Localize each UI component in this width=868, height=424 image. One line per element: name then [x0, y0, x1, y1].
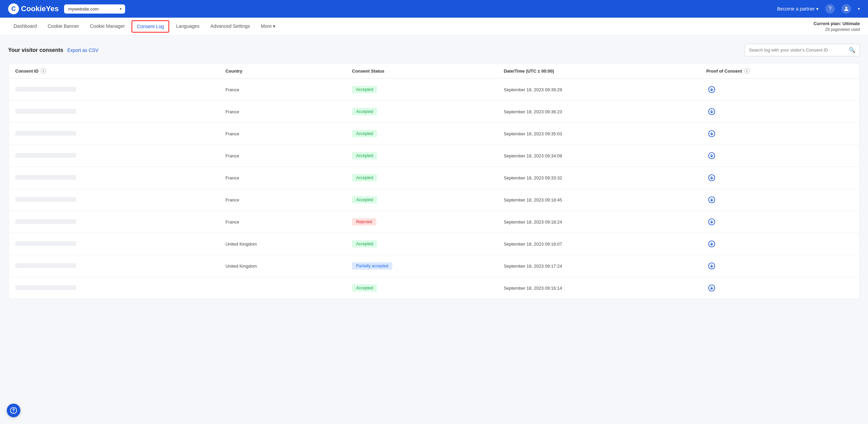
consent-id-blurred [15, 109, 76, 114]
download-proof-button[interactable] [706, 194, 717, 205]
th-consent-id-label: Consent ID [15, 69, 39, 74]
consent-id-cell [8, 277, 219, 299]
proof-cell [699, 79, 860, 101]
consent-id-cell [8, 101, 219, 123]
nav-cookie-banner[interactable]: Cookie Banner [42, 18, 85, 35]
table-row: FranceAcceptedSeptember 18, 2023 09:36:2… [8, 101, 860, 123]
datetime-cell: September 18, 2023 09:18:24 [497, 211, 700, 233]
consent-id-blurred [15, 263, 76, 268]
download-proof-button[interactable] [706, 283, 717, 293]
help-icon[interactable]: ? [825, 4, 835, 14]
site-selector[interactable]: mywebsite.com [64, 4, 125, 14]
sub-nav-left: Dashboard Cookie Banner Cookie Manager C… [8, 18, 281, 35]
th-proof-label: Proof of Consent [706, 69, 742, 74]
proof-cell [699, 189, 860, 211]
table-row: FranceAcceptedSeptember 18, 2023 09:33:3… [8, 167, 860, 189]
consent-id-blurred [15, 197, 76, 202]
consent-id-blurred [15, 153, 76, 158]
proof-cell [699, 233, 860, 255]
download-proof-button[interactable] [706, 261, 717, 271]
country-cell [219, 277, 345, 299]
consent-id-cell [8, 145, 219, 167]
country-cell: France [219, 189, 345, 211]
download-proof-button[interactable] [706, 84, 717, 95]
search-input[interactable] [749, 47, 846, 53]
status-badge: Accepted [352, 86, 377, 93]
status-badge: Rejected [352, 218, 376, 226]
become-partner-text: Become a partner [777, 6, 815, 12]
datetime-cell: September 18, 2023 09:18:45 [497, 189, 700, 211]
consent-id-cell [8, 189, 219, 211]
status-cell: Accepted [345, 277, 497, 299]
nav-consent-log[interactable]: Consent Log [132, 20, 169, 33]
datetime-cell: September 18, 2023 09:36:23 [497, 101, 700, 123]
consent-id-info-icon[interactable]: i [41, 68, 46, 74]
download-proof-button[interactable] [706, 238, 717, 249]
nav-cookie-manager[interactable]: Cookie Manager [84, 18, 130, 35]
navbar-right: Become a partner ▾ ? ▾ [777, 4, 860, 14]
table-header-row: Consent ID i Country Consent Status Date… [8, 63, 860, 79]
download-proof-button[interactable] [706, 216, 717, 227]
status-cell: Rejected [345, 211, 497, 233]
nav-advanced-settings[interactable]: Advanced Settings [205, 18, 256, 35]
nav-languages[interactable]: Languages [171, 18, 205, 35]
sub-navbar: Dashboard Cookie Banner Cookie Manager C… [0, 18, 868, 36]
download-proof-button[interactable] [706, 172, 717, 183]
become-partner-link[interactable]: Become a partner ▾ [777, 6, 818, 12]
proof-cell [699, 211, 860, 233]
datetime-cell: September 18, 2023 09:35:03 [497, 123, 700, 145]
country-cell: United Kingdom [219, 233, 345, 255]
status-cell: Partially accepted [345, 255, 497, 277]
datetime-cell: September 18, 2023 09:18:07 [497, 233, 700, 255]
th-datetime: Date/Time (UTC ± 00:00) [497, 63, 700, 79]
table-row: United KingdomPartially acceptedSeptembe… [8, 255, 860, 277]
status-badge: Accepted [352, 108, 377, 115]
proof-cell [699, 101, 860, 123]
consent-id-blurred [15, 241, 76, 246]
consent-id-cell [8, 211, 219, 233]
consent-id-cell [8, 233, 219, 255]
download-proof-button[interactable] [706, 150, 717, 161]
logo[interactable]: C CookieYes [8, 3, 59, 14]
svg-point-0 [845, 7, 847, 9]
datetime-cell: September 18, 2023 09:39:29 [497, 79, 700, 101]
logo-text: CookieYes [21, 4, 59, 13]
consent-id-cell [8, 167, 219, 189]
datetime-cell: September 18, 2023 09:34:09 [497, 145, 700, 167]
search-icon: 🔍 [849, 47, 855, 53]
avatar[interactable] [842, 4, 851, 14]
status-cell: Accepted [345, 189, 497, 211]
export-csv-button[interactable]: Export as CSV [67, 47, 98, 53]
country-cell: France [219, 167, 345, 189]
th-consent-status: Consent Status [345, 63, 497, 79]
download-proof-button[interactable] [706, 106, 717, 117]
proof-info-icon[interactable]: i [744, 68, 750, 74]
status-badge: Accepted [352, 130, 377, 137]
th-proof: Proof of Consent i [699, 63, 860, 79]
consent-table: Consent ID i Country Consent Status Date… [8, 63, 860, 299]
th-consent-id: Consent ID i [8, 63, 219, 79]
country-cell: United Kingdom [219, 255, 345, 277]
consent-id-cell [8, 255, 219, 277]
table-row: FranceAcceptedSeptember 18, 2023 09:18:4… [8, 189, 860, 211]
country-cell: France [219, 123, 345, 145]
country-cell: France [219, 211, 345, 233]
consent-id-blurred [15, 87, 76, 92]
plan-name: Current plan: Ultimate [813, 21, 860, 27]
table-row: AcceptedSeptember 18, 2023 09:16:14 [8, 277, 860, 299]
table-container: Consent ID i Country Consent Status Date… [8, 63, 860, 299]
table-row: FranceAcceptedSeptember 18, 2023 09:35:0… [8, 123, 860, 145]
download-proof-button[interactable] [706, 128, 717, 139]
logo-icon: C [8, 3, 19, 14]
consent-id-blurred [15, 219, 76, 224]
plan-usage: 29 pageviews used [813, 27, 860, 33]
proof-cell [699, 167, 860, 189]
status-badge: Accepted [352, 152, 377, 159]
table-row: United KingdomAcceptedSeptember 18, 2023… [8, 233, 860, 255]
chevron-down-icon-avatar: ▾ [858, 6, 860, 11]
status-cell: Accepted [345, 233, 497, 255]
consent-id-blurred [15, 131, 76, 136]
page-title: Your visitor consents [8, 47, 63, 53]
nav-dashboard[interactable]: Dashboard [8, 18, 42, 35]
nav-more[interactable]: More ▾ [255, 18, 281, 35]
